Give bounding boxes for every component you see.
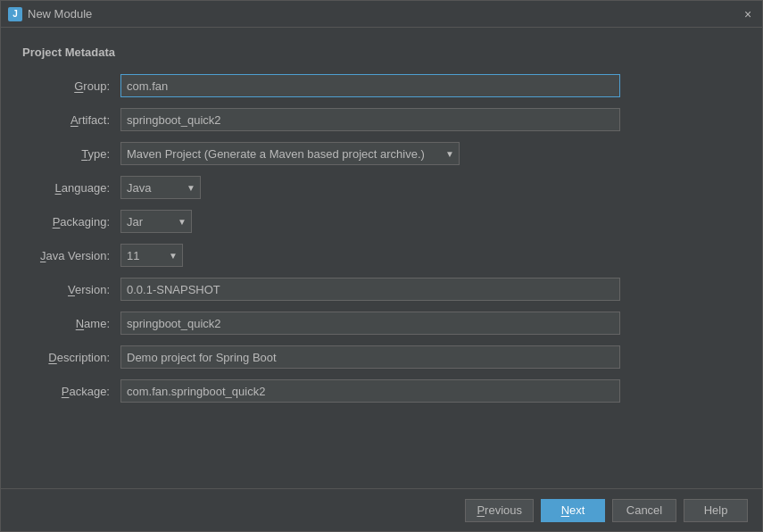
java-version-row: Java Version: 8 11 17 ▼ bbox=[22, 243, 741, 268]
group-input[interactable] bbox=[120, 74, 620, 97]
type-select-wrapper: Maven Project (Generate a Maven based pr… bbox=[120, 142, 460, 165]
group-label: Group: bbox=[22, 79, 120, 93]
type-select[interactable]: Maven Project (Generate a Maven based pr… bbox=[120, 142, 460, 165]
artifact-label: Artifact: bbox=[22, 113, 120, 127]
dialog-footer: PPreviousrevious Next Cancel Help bbox=[1, 488, 762, 531]
version-label: Version: bbox=[22, 283, 120, 296]
package-input[interactable] bbox=[120, 379, 620, 403]
artifact-input[interactable] bbox=[120, 108, 620, 131]
language-select[interactable]: Java Kotlin Groovy bbox=[120, 176, 201, 199]
packaging-select[interactable]: Jar War bbox=[120, 210, 192, 233]
new-module-dialog: J New Module × Project Metadata Group: A… bbox=[0, 0, 763, 532]
name-row: Name: bbox=[22, 311, 741, 336]
package-row: Package: bbox=[22, 378, 741, 403]
previous-button[interactable]: PPreviousrevious bbox=[465, 499, 534, 522]
help-button[interactable]: Help bbox=[684, 499, 748, 522]
title-bar: J New Module × bbox=[1, 1, 762, 28]
version-row: Version: bbox=[22, 277, 741, 302]
name-label: Name: bbox=[22, 317, 120, 330]
description-input[interactable] bbox=[120, 345, 620, 369]
java-version-select[interactable]: 8 11 17 bbox=[120, 244, 183, 267]
dialog-content: Project Metadata Group: Artifact: Type: … bbox=[1, 28, 762, 488]
name-input[interactable] bbox=[120, 312, 620, 335]
java-version-label: Java Version: bbox=[22, 249, 120, 262]
section-title: Project Metadata bbox=[22, 46, 741, 59]
cancel-button[interactable]: Cancel bbox=[612, 499, 676, 522]
close-button[interactable]: × bbox=[741, 7, 755, 21]
packaging-row: Packaging: Jar War ▼ bbox=[22, 209, 741, 234]
language-row: Language: Java Kotlin Groovy ▼ bbox=[22, 175, 741, 200]
java-version-select-wrapper: 8 11 17 ▼ bbox=[120, 244, 183, 267]
packaging-select-wrapper: Jar War ▼ bbox=[120, 210, 192, 233]
language-select-wrapper: Java Kotlin Groovy ▼ bbox=[120, 176, 201, 199]
language-label: Language: bbox=[22, 181, 120, 195]
artifact-row: Artifact: bbox=[22, 107, 741, 132]
package-label: Package: bbox=[22, 385, 120, 398]
description-row: Description: bbox=[22, 345, 741, 370]
type-row: Type: Maven Project (Generate a Maven ba… bbox=[22, 141, 741, 166]
packaging-label: Packaging: bbox=[22, 215, 120, 229]
group-row: Group: bbox=[22, 73, 741, 98]
type-label: Type: bbox=[22, 147, 120, 161]
next-button[interactable]: Next bbox=[541, 499, 605, 522]
dialog-title: New Module bbox=[28, 7, 92, 21]
title-bar-left: J New Module bbox=[8, 7, 92, 21]
description-label: Description: bbox=[22, 351, 120, 364]
app-icon: J bbox=[8, 7, 22, 21]
version-input[interactable] bbox=[120, 278, 620, 301]
